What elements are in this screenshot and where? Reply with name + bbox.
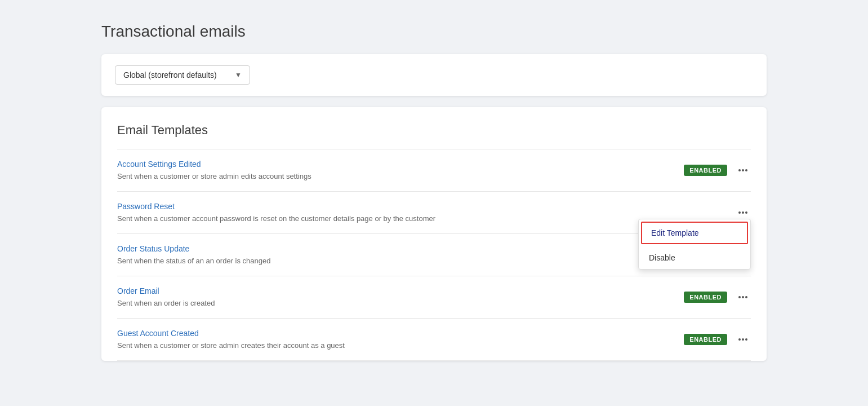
dot3: [745, 296, 747, 298]
template-info: Account Settings Edited Sent when a cust…: [117, 160, 684, 181]
context-menu: Edit Template Disable: [638, 219, 751, 270]
page-title: Transactional emails: [101, 23, 767, 41]
dot2: [742, 338, 744, 341]
filter-card: Global (storefront defaults) ▼: [101, 54, 767, 96]
dropdown-selected-value: Global (storefront defaults): [123, 70, 217, 80]
template-name-link[interactable]: Account Settings Edited: [117, 160, 684, 169]
template-actions: ENABLED: [684, 292, 751, 303]
template-item: Account Settings Edited Sent when a cust…: [117, 149, 751, 192]
template-actions: [735, 210, 751, 215]
dot3: [745, 211, 747, 214]
more-options-button[interactable]: [735, 210, 751, 215]
dot3: [745, 338, 747, 341]
dot1: [738, 169, 741, 171]
template-description: Sent when a customer or store admin crea…: [117, 341, 345, 350]
storefront-dropdown[interactable]: Global (storefront defaults) ▼: [115, 65, 250, 85]
template-item: Order Email Sent when an order is create…: [117, 276, 751, 319]
template-description: Sent when the status of an an order is c…: [117, 257, 270, 265]
dot2: [742, 169, 744, 171]
dot1: [738, 211, 741, 214]
template-item-guest-account: Guest Account Created Sent when a custom…: [117, 319, 751, 361]
dot2: [742, 296, 744, 298]
page-container: Transactional emails Global (storefront …: [0, 0, 868, 395]
dot1: [738, 338, 741, 341]
edit-template-menu-item[interactable]: Edit Template: [641, 222, 748, 244]
dot2: [742, 211, 744, 214]
templates-card: Email Templates Account Settings Edited …: [101, 107, 767, 361]
template-name-link[interactable]: Guest Account Created: [117, 329, 684, 338]
template-name-link[interactable]: Order Email: [117, 286, 684, 295]
more-options-button[interactable]: [735, 295, 751, 299]
template-name-link[interactable]: Password Reset: [117, 202, 735, 211]
status-badge: ENABLED: [684, 334, 727, 345]
more-options-button[interactable]: [735, 168, 751, 173]
template-actions: ENABLED: [684, 165, 751, 176]
disable-menu-item[interactable]: Disable: [639, 246, 750, 269]
dot1: [738, 296, 741, 298]
template-list: Account Settings Edited Sent when a cust…: [117, 149, 751, 361]
more-options-button[interactable]: [735, 337, 751, 342]
templates-section-title: Email Templates: [117, 123, 751, 138]
template-description: Sent when an order is created: [117, 299, 215, 307]
template-info: Order Email Sent when an order is create…: [117, 286, 684, 308]
template-info: Guest Account Created Sent when a custom…: [117, 329, 684, 350]
template-info: Order Status Update Sent when the status…: [117, 244, 684, 266]
status-badge: ENABLED: [684, 292, 727, 303]
template-description: Sent when a customer or store admin edit…: [117, 172, 311, 180]
template-item-password-reset: Password Reset Sent when a customer acco…: [117, 192, 751, 234]
template-actions: ENABLED: [684, 334, 751, 345]
chevron-down-icon: ▼: [235, 71, 242, 79]
template-description: Sent when a customer account password is…: [117, 214, 435, 223]
dot3: [745, 169, 747, 171]
template-name-link[interactable]: Order Status Update: [117, 244, 684, 253]
status-badge: ENABLED: [684, 165, 727, 176]
